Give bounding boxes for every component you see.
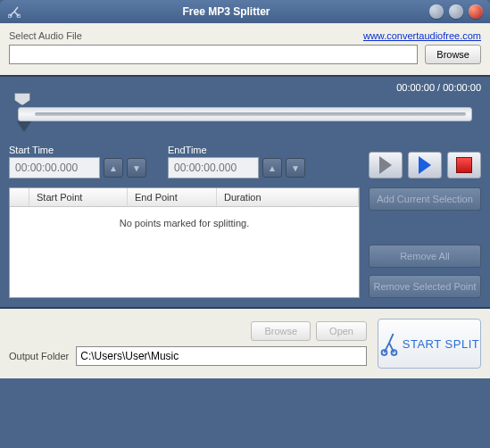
output-browse-button[interactable]: Browse — [251, 321, 311, 341]
start-time-input[interactable] — [9, 157, 100, 178]
maximize-button[interactable] — [449, 4, 463, 19]
file-select-panel: Select Audio File www.convertaudiofree.c… — [0, 23, 490, 77]
start-time-up-button[interactable]: ▲ — [104, 158, 123, 178]
window-title: Free MP3 Splitter — [29, 5, 424, 18]
scissors-icon — [379, 331, 399, 356]
end-time-group: EndTime ▲ ▼ — [168, 145, 305, 178]
stop-icon — [456, 157, 472, 173]
timeline[interactable] — [9, 95, 481, 132]
start-time-group: Start Time ▲ ▼ — [9, 145, 146, 178]
split-points-list[interactable]: Start Point End Point Duration No points… — [9, 187, 360, 298]
start-time-down-button[interactable]: ▼ — [127, 158, 146, 178]
app-icon — [7, 4, 21, 19]
output-open-button[interactable]: Open — [316, 321, 367, 341]
play-icon — [379, 156, 392, 174]
audio-file-input[interactable] — [9, 45, 418, 64]
empty-list-message: No points marked for splitting. — [10, 207, 359, 228]
play-selection-icon — [419, 156, 431, 174]
end-time-input[interactable] — [168, 157, 259, 178]
website-link[interactable]: www.convertaudiofree.com — [363, 30, 481, 41]
col-index — [10, 188, 29, 206]
remove-all-button[interactable]: Remove All — [369, 245, 481, 268]
remove-selected-button[interactable]: Remove Selected Point — [369, 275, 481, 298]
output-folder-label: Output Folder — [9, 351, 69, 361]
start-split-label: START SPLIT — [403, 337, 479, 351]
start-split-button[interactable]: START SPLIT — [378, 319, 481, 369]
add-selection-button[interactable]: Add Current Selection — [369, 187, 481, 211]
select-file-label: Select Audio File — [9, 30, 82, 41]
track-bar[interactable] — [18, 107, 472, 121]
title-bar: Free MP3 Splitter — [0, 0, 490, 23]
browse-audio-button[interactable]: Browse — [425, 45, 481, 64]
output-folder-input[interactable] — [76, 346, 367, 366]
footer-panel: Browse Open Output Folder START SPLIT — [0, 307, 490, 378]
playback-controls — [369, 152, 481, 178]
col-start-point[interactable]: Start Point — [29, 188, 128, 206]
main-panel: 00:00:00 / 00:00:00 Start Time ▲ ▼ EndTi… — [0, 77, 490, 307]
list-header: Start Point End Point Duration — [10, 188, 359, 207]
time-readout: 00:00:00 / 00:00:00 — [9, 82, 481, 93]
list-side-buttons: Add Current Selection Remove All Remove … — [369, 187, 481, 298]
col-end-point[interactable]: End Point — [128, 188, 217, 206]
end-time-label: EndTime — [168, 145, 305, 155]
end-time-down-button[interactable]: ▼ — [286, 158, 305, 178]
start-time-label: Start Time — [9, 145, 146, 155]
end-time-up-button[interactable]: ▲ — [262, 158, 282, 178]
col-duration[interactable]: Duration — [217, 188, 359, 206]
play-button[interactable] — [369, 152, 403, 178]
stop-button[interactable] — [447, 152, 481, 178]
svg-point-0 — [8, 14, 12, 18]
close-button[interactable] — [469, 4, 483, 19]
end-marker-icon[interactable] — [17, 121, 31, 132]
minimize-button[interactable] — [429, 4, 444, 19]
start-marker-icon[interactable] — [14, 93, 30, 105]
play-selection-button[interactable] — [408, 152, 442, 178]
